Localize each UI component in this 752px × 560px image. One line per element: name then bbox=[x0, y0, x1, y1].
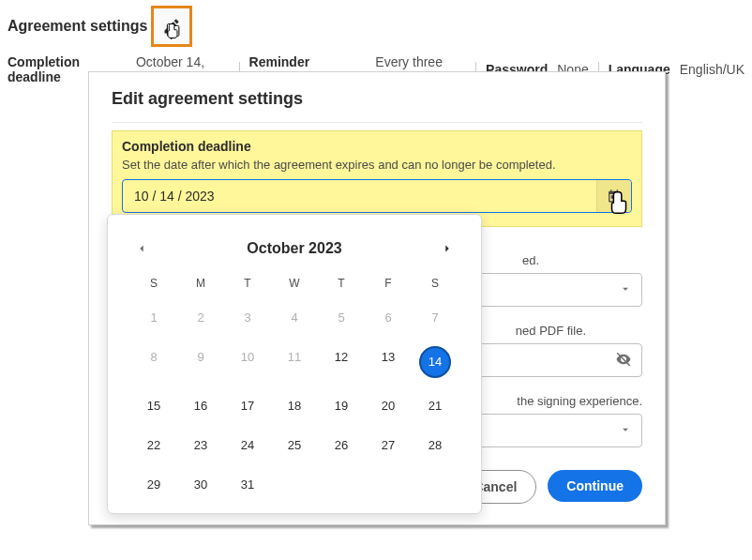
open-calendar-button[interactable] bbox=[596, 180, 631, 212]
calendar-day[interactable]: 25 bbox=[279, 434, 309, 457]
calendar-day: 7 bbox=[420, 307, 450, 329]
calendar-day[interactable]: 17 bbox=[233, 395, 263, 417]
calendar-day[interactable]: 28 bbox=[420, 434, 450, 457]
next-month-button[interactable] bbox=[436, 237, 459, 260]
edit-settings-button[interactable] bbox=[151, 6, 192, 47]
chevron-left-icon bbox=[135, 242, 148, 255]
pencil-icon bbox=[162, 17, 181, 36]
calendar-day: 11 bbox=[279, 346, 309, 369]
calendar-day: 5 bbox=[326, 307, 356, 329]
modal-title: Edit agreement settings bbox=[112, 89, 642, 109]
page-title: Agreement settings bbox=[8, 18, 147, 35]
calendar-day[interactable]: 13 bbox=[373, 346, 403, 369]
deadline-date-field[interactable]: 10 / 14 / 2023 bbox=[122, 179, 632, 213]
continue-label: Continue bbox=[566, 478, 624, 493]
language-value: English/UK bbox=[680, 62, 744, 77]
calendar-dow: T bbox=[318, 277, 365, 290]
calendar-day[interactable]: 29 bbox=[139, 474, 169, 496]
eye-off-icon[interactable] bbox=[615, 351, 632, 371]
calendar-day[interactable]: 16 bbox=[186, 395, 216, 417]
calendar-day[interactable]: 26 bbox=[326, 434, 356, 457]
calendar-day[interactable]: 31 bbox=[233, 474, 263, 496]
calendar-day[interactable]: 12 bbox=[326, 346, 356, 369]
calendar-day[interactable]: 19 bbox=[326, 395, 356, 417]
calendar-day: 9 bbox=[186, 346, 216, 369]
calendar-month-label: October 2023 bbox=[247, 240, 341, 257]
calendar-day[interactable]: 22 bbox=[139, 434, 169, 457]
calendar-dow: W bbox=[271, 277, 318, 290]
calendar-dow: M bbox=[177, 277, 224, 290]
calendar-day[interactable]: 30 bbox=[186, 474, 216, 496]
date-picker: October 2023 SMTWTFS12345678910111213141… bbox=[107, 214, 482, 514]
calendar-grid: SMTWTFS123456789101112131415161718192021… bbox=[130, 277, 459, 496]
deadline-section: Completion deadline Set the date after w… bbox=[112, 130, 642, 227]
calendar-day: 4 bbox=[279, 307, 309, 329]
chevron-down-icon bbox=[619, 282, 632, 298]
calendar-dow: S bbox=[130, 277, 177, 290]
cursor-icon bbox=[605, 189, 633, 218]
calendar-day: 2 bbox=[186, 307, 216, 329]
calendar-day: 3 bbox=[233, 307, 263, 329]
calendar-dow: S bbox=[412, 277, 459, 290]
chevron-right-icon bbox=[441, 242, 454, 255]
calendar-day: 1 bbox=[139, 307, 169, 329]
calendar-day: 6 bbox=[373, 307, 403, 329]
calendar-day[interactable]: 23 bbox=[186, 434, 216, 457]
date-value: 10 / 14 / 2023 bbox=[123, 189, 596, 204]
calendar-dow: F bbox=[365, 277, 412, 290]
calendar-day: 8 bbox=[139, 346, 169, 369]
calendar-day[interactable]: 20 bbox=[373, 395, 403, 417]
continue-button[interactable]: Continue bbox=[548, 470, 642, 502]
calendar-day: 10 bbox=[233, 346, 263, 369]
calendar-day[interactable]: 15 bbox=[139, 395, 169, 417]
calendar-day[interactable]: 21 bbox=[420, 395, 450, 417]
calendar-day[interactable]: 14 bbox=[419, 346, 451, 378]
calendar-day[interactable]: 27 bbox=[373, 434, 403, 457]
chevron-down-icon bbox=[619, 423, 632, 439]
deadline-section-desc: Set the date after which the agreement e… bbox=[122, 158, 632, 172]
calendar-dow: T bbox=[224, 277, 271, 290]
divider bbox=[112, 122, 642, 123]
prev-month-button[interactable] bbox=[130, 237, 153, 260]
calendar-day[interactable]: 24 bbox=[233, 434, 263, 457]
deadline-section-title: Completion deadline bbox=[122, 139, 632, 154]
calendar-day[interactable]: 18 bbox=[279, 395, 309, 417]
